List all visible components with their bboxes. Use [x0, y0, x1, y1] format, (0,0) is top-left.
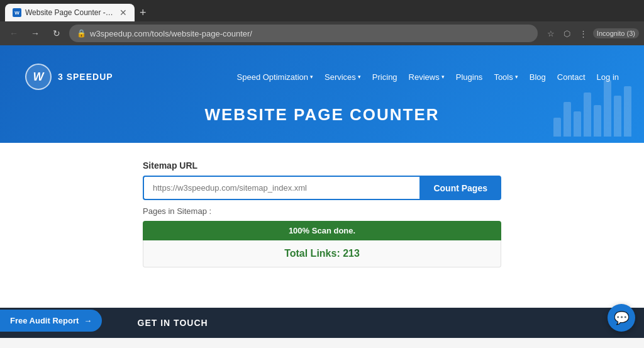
refresh-button[interactable]: ↻ [48, 25, 65, 42]
address-input[interactable] [90, 29, 530, 38]
incognito-badge: Incognito (3) [593, 28, 639, 38]
chevron-down-icon: ▾ [310, 74, 313, 80]
footer-contact-col: GET IN TOUCH [138, 318, 208, 328]
deco-bar [553, 118, 561, 137]
deco-bar [594, 105, 601, 137]
chat-icon: 💬 [614, 310, 630, 325]
deco-bar [584, 93, 591, 137]
nav-reviews[interactable]: Reviews ▾ [409, 72, 445, 82]
form-section: Sitemap URL Count Pages Pages in Sitemap… [143, 160, 501, 267]
browser-controls: ← → ↻ 🔒 ☆ ⬡ ⋮ Incognito (3) [0, 21, 644, 45]
nav-blog[interactable]: Blog [530, 72, 546, 82]
audit-label: Free Audit Report [10, 316, 79, 325]
result-container: Total Links: 213 [143, 240, 501, 267]
back-button[interactable]: ← [5, 25, 23, 42]
logo-text: 3 SPEEDUP [58, 72, 113, 82]
nav-services[interactable]: Services ▾ [325, 72, 361, 82]
tab-bar: W Website Page Counter - Find Al... ✕ + [0, 0, 644, 21]
deco-bar [604, 80, 611, 137]
nav-plugins[interactable]: Plugins [456, 72, 483, 82]
page-title: WEBSITE PAGE COUNTER [204, 105, 439, 125]
logo-area: W 3 SPEEDUP [25, 64, 113, 90]
chevron-down-icon: ▾ [441, 74, 445, 80]
lock-icon: 🔒 [77, 29, 86, 38]
more-icon[interactable]: ⋮ [577, 26, 591, 40]
input-row: Count Pages [143, 176, 501, 200]
deco-bar [574, 111, 581, 137]
nav-pricing[interactable]: Pricing [372, 72, 397, 82]
tab-close-button[interactable]: ✕ [119, 8, 127, 18]
deco-bar [624, 86, 631, 137]
logo-circle: W [25, 64, 52, 90]
page-title-area: WEBSITE PAGE COUNTER [204, 99, 439, 125]
nav-bar: W 3 SPEEDUP Speed Optimization ▾ Service… [0, 64, 644, 99]
tab-title: Website Page Counter - Find Al... [25, 8, 113, 17]
total-links-text: Total Links: 213 [284, 248, 360, 259]
chevron-down-icon: ▾ [515, 74, 518, 80]
tab-favicon: W [13, 8, 21, 17]
audit-arrow-icon: → [84, 316, 92, 325]
field-label: Sitemap URL [143, 160, 501, 171]
scan-progress-bar: 100% Scan done. [143, 221, 501, 240]
browser-chrome: W Website Page Counter - Find Al... ✕ + … [0, 0, 644, 45]
nav-tools[interactable]: Tools ▾ [494, 72, 518, 82]
chevron-down-icon: ▾ [358, 74, 361, 80]
pages-in-sitemap-label: Pages in Sitemap : [143, 206, 501, 216]
site-header: W 3 SPEEDUP Speed Optimization ▾ Service… [0, 45, 644, 143]
deco-bars [553, 45, 631, 143]
site-wrapper: W 3 SPEEDUP Speed Optimization ▾ Service… [0, 45, 644, 338]
chat-button[interactable]: 💬 [608, 304, 635, 332]
audit-report-button[interactable]: Free Audit Report → [0, 310, 102, 332]
active-tab[interactable]: W Website Page Counter - Find Al... ✕ [5, 4, 135, 21]
scan-status-text: 100% Scan done. [289, 226, 355, 235]
forward-button[interactable]: → [26, 25, 44, 42]
footer-contact-title: GET IN TOUCH [138, 318, 208, 328]
address-bar[interactable]: 🔒 [69, 25, 538, 42]
count-pages-button[interactable]: Count Pages [419, 176, 501, 200]
sitemap-url-input[interactable] [143, 176, 419, 200]
deco-bar [564, 102, 571, 137]
new-tab-button[interactable]: + [140, 6, 147, 20]
toolbar-icons: ☆ ⬡ ⋮ Incognito (3) [544, 26, 639, 40]
nav-speed-optimization[interactable]: Speed Optimization ▾ [237, 72, 313, 82]
logo-letter: W [33, 70, 44, 84]
extension-icon[interactable]: ⬡ [560, 26, 574, 40]
bookmark-icon[interactable]: ☆ [544, 26, 558, 40]
deco-bar [614, 96, 621, 137]
